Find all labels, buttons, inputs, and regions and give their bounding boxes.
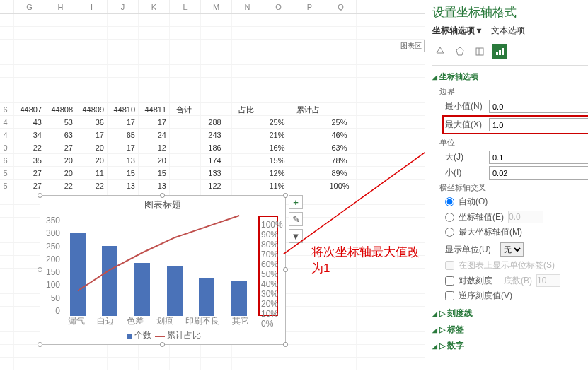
fill-line-icon[interactable]: [432, 44, 448, 59]
col-G[interactable]: G: [14, 0, 45, 13]
input-axis-min[interactable]: [489, 100, 588, 113]
legend-swatch-line: [155, 336, 165, 337]
section-labels[interactable]: ▷ 标签: [432, 324, 588, 336]
effects-icon[interactable]: [452, 44, 468, 59]
format-axis-pane: ▼ ✕ 设置坐标轴格式 坐标轴选项 ▾ 文本选项 坐标轴选项 边界 最小值(N)…: [425, 0, 588, 376]
chart-legend: 个数 累计占比: [40, 329, 285, 341]
chart-style-button[interactable]: ✎: [289, 212, 303, 226]
chart-add-element-button[interactable]: +: [289, 195, 303, 209]
spreadsheet-area: G H I J K L M N O P Q 644807448084480944…: [0, 0, 425, 376]
chart-handle[interactable]: [160, 193, 165, 198]
check-reverse-order[interactable]: [445, 291, 454, 300]
chart-filter-button[interactable]: ▼: [289, 229, 303, 243]
chart-handle[interactable]: [283, 193, 288, 198]
group-units: 单位: [439, 137, 588, 148]
col-O[interactable]: O: [263, 0, 294, 13]
chart-title[interactable]: 图表标题: [40, 199, 285, 211]
group-bounds: 边界: [439, 86, 588, 97]
legend-swatch-bar: [127, 334, 132, 339]
chart-plot: [62, 216, 255, 316]
annotation-text: 将次坐标轴最大值改为1: [311, 244, 425, 276]
chart-handle[interactable]: [283, 267, 288, 272]
col-J[interactable]: J: [108, 0, 139, 13]
select-display-units[interactable]: 无: [500, 242, 524, 257]
label-display-units: 显示单位(U): [445, 244, 496, 256]
col-P[interactable]: P: [294, 0, 325, 13]
col-K[interactable]: K: [139, 0, 170, 13]
input-axis-max[interactable]: [489, 118, 588, 131]
chart-handle[interactable]: [160, 342, 165, 347]
col-M[interactable]: M: [201, 0, 232, 13]
check-show-unit-label: [445, 261, 454, 270]
chart-tool-buttons: + ✎ ▼: [289, 195, 303, 243]
section-ticks[interactable]: ▷ 刻度线: [432, 307, 588, 319]
label-minor-unit: 小(I): [445, 167, 485, 179]
chart-handle[interactable]: [283, 342, 288, 347]
chart-area-tag: 图表区: [398, 40, 425, 52]
chart-line-series: [62, 216, 274, 322]
group-cross: 横坐标轴交叉: [439, 182, 588, 193]
col-Q[interactable]: Q: [325, 0, 357, 13]
col-corner: [0, 0, 14, 13]
size-props-icon[interactable]: [472, 44, 488, 59]
radio-cross-auto[interactable]: [445, 197, 454, 206]
chart-handle[interactable]: [38, 193, 42, 198]
axis-options-icon[interactable]: [492, 44, 507, 59]
input-log-base: [536, 274, 560, 287]
col-I[interactable]: I: [76, 0, 108, 13]
input-minor-unit[interactable]: [489, 166, 588, 180]
check-log-scale[interactable]: [445, 276, 454, 286]
label-min: 最小值(N): [445, 100, 485, 112]
pane-title: 设置坐标轴格式: [432, 4, 588, 20]
chart-handle[interactable]: [38, 342, 42, 347]
svg-rect-2: [476, 48, 483, 55]
tab-text-options[interactable]: 文本选项: [491, 25, 525, 38]
embedded-chart[interactable]: 图表标题 350300250200150100500 100%90%80%70%…: [40, 195, 286, 345]
chart-y2-axis[interactable]: 100%90%80%70%60%50%40%30%20%10%0%: [258, 216, 278, 316]
section-axis-options[interactable]: 坐标轴选项: [432, 71, 588, 82]
chart-handle[interactable]: [38, 267, 42, 272]
input-cross-value: [508, 211, 543, 223]
svg-rect-6: [502, 48, 504, 55]
label-max: 最大值(X): [445, 119, 485, 131]
radio-cross-max[interactable]: [445, 228, 454, 237]
label-major-unit: 大(J): [445, 151, 485, 163]
radio-cross-value[interactable]: [445, 213, 454, 222]
col-L[interactable]: L: [170, 0, 201, 13]
chart-x-axis: 漏气白边色差划痕印刷不良其它: [62, 315, 255, 327]
column-headers: G H I J K L M N O P Q: [0, 0, 425, 14]
col-H[interactable]: H: [45, 0, 76, 13]
section-number[interactable]: ▷ 数字: [432, 340, 588, 352]
col-N[interactable]: N: [232, 0, 263, 13]
svg-rect-4: [496, 52, 498, 55]
tab-axis-options[interactable]: 坐标轴选项 ▾: [432, 25, 481, 38]
input-major-unit[interactable]: [489, 151, 588, 164]
svg-rect-5: [499, 50, 501, 55]
chart-y1-axis: 350300250200150100500: [45, 216, 60, 316]
svg-marker-1: [456, 47, 463, 55]
